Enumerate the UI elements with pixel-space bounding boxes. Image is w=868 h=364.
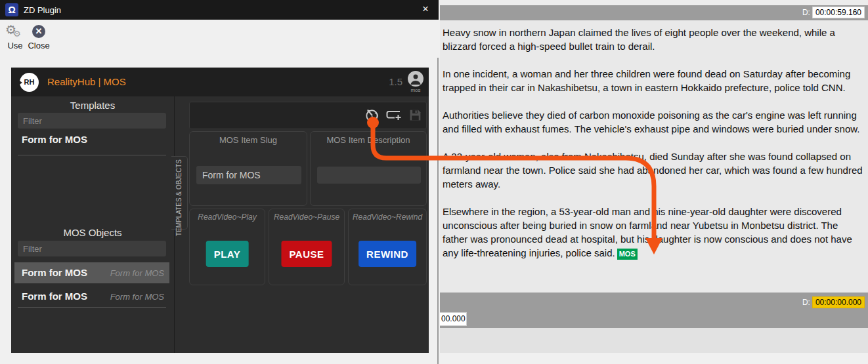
save-icon[interactable]	[408, 108, 422, 125]
script-editor-panel: D: 00:00:59.160 Heavy snow in northern J…	[440, 0, 868, 364]
user-avatar-icon[interactable]	[408, 71, 423, 87]
script-paragraph: In one incident, a woman and her three c…	[443, 67, 863, 94]
pause-command-card: ReadVideo~Pause PAUSE	[269, 209, 345, 285]
rewind-button[interactable]: REWIND	[358, 241, 416, 267]
mos-item-badge[interactable]: MOS	[617, 249, 638, 260]
tab-label: TEMPLATES & OBJECTS	[175, 159, 183, 236]
plugin-toolbar: ⚙⚙ Use ✕ Close	[0, 20, 439, 58]
script-paragraph: Heavy snow in northern Japan claimed the…	[443, 26, 863, 53]
add-item-icon[interactable]	[385, 108, 402, 125]
zd-plugin-window: Ω ZD Plugin × ⚙⚙ Use ✕ Close RH Reali	[0, 0, 439, 364]
story-header-bar: D: 00:00:59.160	[440, 5, 868, 20]
play-command-card: ReadVideo~Play PLAY	[189, 209, 265, 285]
script-text-area[interactable]: Heavy snow in northern Japan claimed the…	[440, 20, 868, 293]
window-titlebar: Ω ZD Plugin ×	[0, 0, 439, 20]
timecode-box: 00.000	[440, 312, 467, 326]
close-circle-icon: ✕	[26, 24, 51, 41]
use-button-label: Use	[7, 41, 22, 51]
duration-label: D:	[802, 8, 810, 17]
next-story-duration-value[interactable]: 00:00:00.000	[812, 296, 865, 308]
editor-footer-strip	[440, 353, 868, 364]
play-button[interactable]: PLAY	[206, 241, 249, 267]
mos-object-row[interactable]: Form for MOS Form for MOS	[14, 262, 169, 283]
tab-templates-and-objects[interactable]: TEMPLATES & OBJECTS	[171, 156, 188, 230]
templates-section-title: Templates	[11, 100, 174, 111]
next-story-bar: D: 00:00:00.000 00.000	[440, 293, 868, 328]
screenshot-root: Ω ZD Plugin × ⚙⚙ Use ✕ Close RH Reali	[0, 0, 868, 364]
version-label: 1.5	[389, 68, 402, 96]
realityhub-header: RH RealityHub | MOS 1.5 mos	[11, 68, 429, 96]
rewind-command-card: ReadVideo~Rewind REWIND	[348, 209, 427, 285]
mos-objects-filter-input[interactable]	[18, 241, 166, 256]
preview-icon[interactable]	[364, 108, 380, 125]
script-paragraph: Authorities believe they died of carbon …	[443, 108, 863, 136]
window-close-button[interactable]: ×	[418, 0, 433, 20]
mos-item-slug-input[interactable]	[196, 166, 301, 184]
window-title: ZD Plugin	[24, 5, 61, 15]
duration-label: D:	[802, 298, 810, 307]
mos-item-description-card: MOS Item Description	[310, 131, 427, 206]
mos-object-name: Form for MOS	[22, 291, 87, 302]
story-duration-value[interactable]: 00:00:59.160	[812, 7, 865, 18]
mos-object-row[interactable]: Form for MOS Form for MOS	[14, 286, 169, 307]
script-paragraph: A 23-year-old woman, also from Nakashibe…	[443, 150, 863, 191]
gears-icon: ⚙⚙	[4, 24, 26, 41]
close-button[interactable]: ✕ Close	[26, 24, 51, 51]
mos-object-detail: Form for MOS	[110, 292, 164, 302]
mos-item-slug-label: MOS Item Slug	[190, 135, 307, 145]
mos-item-description-input[interactable]	[317, 167, 421, 184]
realityhub-logo: RH	[20, 73, 39, 92]
editor-lower-area	[440, 328, 868, 353]
username-label: mos	[406, 87, 425, 93]
app-omega-icon: Ω	[5, 3, 18, 16]
pause-button[interactable]: PAUSE	[281, 241, 332, 267]
close-button-label: Close	[28, 41, 49, 51]
template-list-item[interactable]: Form for MOS	[22, 134, 87, 145]
item-toolbar	[189, 102, 427, 129]
mos-object-detail: Form for MOS	[110, 268, 164, 278]
templates-filter-input[interactable]	[18, 113, 166, 129]
script-paragraph: Elsewhere in the region, a 53-year-old m…	[443, 205, 863, 260]
script-paragraph-text: Elsewhere in the region, a 53-year-old m…	[443, 206, 852, 258]
pause-command-caption: ReadVideo~Pause	[269, 212, 344, 222]
mos-item-slug-card: MOS Item Slug	[189, 131, 307, 206]
mos-object-name: Form for MOS	[22, 267, 87, 278]
realityhub-panel: RH RealityHub | MOS 1.5 mos Templates Fo…	[11, 68, 429, 353]
rewind-command-caption: ReadVideo~Rewind	[349, 212, 426, 222]
use-button[interactable]: ⚙⚙ Use	[4, 24, 26, 51]
play-command-caption: ReadVideo~Play	[190, 212, 265, 222]
mos-objects-section-title: MOS Objects	[11, 227, 174, 238]
panel-title: RealityHub | MOS	[47, 68, 126, 96]
list-separator	[18, 307, 166, 308]
mos-item-description-label: MOS Item Description	[311, 135, 426, 145]
list-separator	[18, 155, 166, 155]
